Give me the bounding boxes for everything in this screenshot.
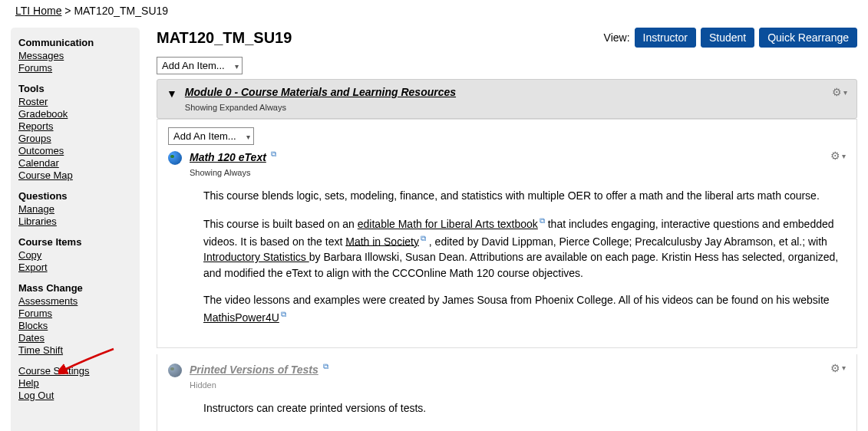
sidebar-outcomes[interactable]: Outcomes (18, 145, 132, 156)
sidebar-copy[interactable]: Copy (18, 249, 132, 261)
item-etext-p3: The video lessons and examples were crea… (203, 292, 846, 326)
gear-icon: ⚙ (830, 362, 840, 374)
chevron-down-icon: ▾ (246, 132, 250, 140)
view-student-button[interactable]: Student (701, 28, 754, 48)
add-item-select-top[interactable]: Add An Item... ▾ (157, 57, 243, 74)
view-instructor-button[interactable]: Instructor (635, 28, 696, 48)
external-link-icon: ⧉ (281, 310, 286, 318)
sidebar-libraries[interactable]: Libraries (18, 216, 132, 227)
sidebar-heading-masschange: Mass Change (18, 282, 132, 294)
sidebar-logout[interactable]: Log Out (18, 390, 132, 401)
globe-icon (168, 364, 182, 377)
sidebar-forums[interactable]: Forums (18, 62, 132, 74)
main-content: MAT120_TM_SU19 View: Instructor Student … (157, 28, 857, 431)
module-subtext: Showing Expanded Always (185, 103, 456, 112)
globe-icon (168, 151, 182, 165)
breadcrumb-current: MAT120_TM_SU19 (74, 5, 168, 17)
sidebar-export[interactable]: Export (18, 262, 132, 273)
item-tests-p1: Instructors can create printed versions … (203, 400, 846, 416)
external-link-icon: ⧉ (323, 362, 328, 370)
chevron-down-icon: ▾ (843, 88, 847, 97)
sidebar-reports[interactable]: Reports (18, 120, 132, 132)
item-tests-sub: Hidden (190, 380, 846, 390)
link-mathispower4u[interactable]: MathisPower4U (203, 311, 279, 324)
item-etext-p2: This course is built based on an editabl… (203, 215, 846, 281)
view-rearrange-button[interactable]: Quick Rearrange (759, 28, 857, 48)
add-item-label: Add An Item... (162, 60, 225, 71)
sidebar-coursemap[interactable]: Course Map (18, 169, 132, 181)
item-etext-title[interactable]: Math 120 eText (190, 151, 266, 163)
gear-icon: ⚙ (832, 86, 842, 98)
chevron-down-icon: ▾ (235, 61, 239, 70)
gear-icon: ⚙ (830, 150, 840, 162)
page-title: MAT120_TM_SU19 (157, 29, 292, 47)
add-item-select-module[interactable]: Add An Item... ▾ (168, 127, 254, 145)
breadcrumb: LTI Home > MAT120_TM_SU19 (0, 0, 868, 21)
link-math-in-society[interactable]: Math in Society (345, 235, 419, 247)
sidebar-heading-questions: Questions (18, 190, 132, 202)
item-gear-menu[interactable]: ⚙▾ (830, 150, 846, 162)
item-tests-title[interactable]: Printed Versions of Tests (190, 364, 318, 376)
sidebar-mc-forums[interactable]: Forums (18, 308, 132, 319)
breadcrumb-sep: > (64, 5, 71, 17)
item-etext-sub: Showing Always (190, 168, 846, 177)
item-etext-p1: This course blends logic, sets, modeling… (203, 188, 846, 204)
add-item-label: Add An Item... (173, 130, 236, 142)
sidebar-course-settings[interactable]: Course Settings (18, 365, 132, 377)
sidebar-calendar[interactable]: Calendar (18, 157, 132, 169)
breadcrumb-home[interactable]: LTI Home (15, 5, 61, 17)
sidebar-blocks[interactable]: Blocks (18, 320, 132, 331)
sidebar-gradebook[interactable]: Gradebook (18, 108, 132, 120)
item-gear-menu[interactable]: ⚙▾ (830, 362, 846, 374)
sidebar-manage[interactable]: Manage (18, 203, 132, 215)
sidebar-help[interactable]: Help (18, 377, 132, 389)
chevron-down-icon: ▾ (842, 152, 846, 160)
sidebar-messages[interactable]: Messages (18, 50, 132, 61)
module-title[interactable]: Module 0 - Course Materials and Learning… (185, 86, 456, 98)
sidebar-heading-communication: Communication (18, 37, 132, 48)
collapse-triangle-icon[interactable]: ▼ (167, 87, 177, 100)
view-label: View: (604, 31, 630, 44)
link-intro-statistics[interactable]: Introductory Statistics (203, 251, 309, 263)
external-link-icon: ⧉ (421, 234, 426, 242)
chevron-down-icon: ▾ (842, 364, 846, 372)
sidebar-heading-tools: Tools (18, 83, 132, 94)
sidebar-timeshift[interactable]: Time Shift (18, 344, 132, 356)
sidebar-assessments[interactable]: Assessments (18, 295, 132, 307)
external-link-icon: ⧉ (540, 216, 545, 225)
sidebar-dates[interactable]: Dates (18, 332, 132, 344)
external-link-icon: ⧉ (271, 150, 276, 158)
link-editable-textbook[interactable]: editable Math for Liberal Arts textbook (358, 218, 538, 230)
sidebar-roster[interactable]: Roster (18, 96, 132, 107)
sidebar-groups[interactable]: Groups (18, 133, 132, 144)
module-header[interactable]: ▼ Module 0 - Course Materials and Learni… (157, 79, 857, 119)
module-gear-menu[interactable]: ⚙▾ (832, 86, 847, 98)
sidebar-heading-courseitems: Course Items (18, 236, 132, 248)
sidebar: Communication Messages Forums Tools Rost… (11, 28, 140, 431)
